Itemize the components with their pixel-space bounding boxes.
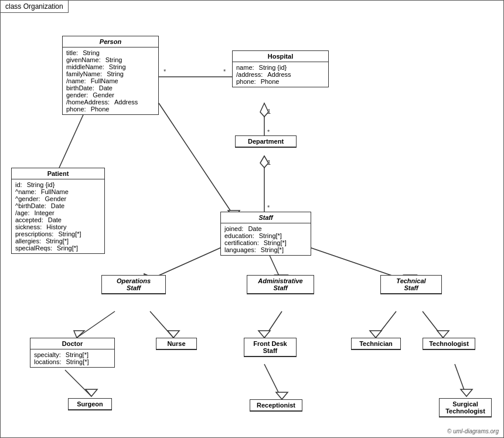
diagram-title: class Organization — [1, 1, 69, 13]
nurse-header: Nurse — [156, 338, 196, 349]
department-class: Department — [235, 135, 297, 148]
administrative-staff-class: AdministrativeStaff — [247, 275, 314, 294]
technician-header: Technician — [352, 338, 400, 349]
svg-text:*: * — [164, 68, 166, 75]
surgeon-class: Surgeon — [68, 398, 112, 410]
svg-marker-36 — [461, 389, 472, 396]
surgeon-header: Surgeon — [69, 399, 111, 410]
technologist-class: Technologist — [423, 338, 475, 350]
operations-staff-class: OperationsStaff — [101, 275, 166, 294]
nurse-class: Nurse — [156, 338, 197, 350]
svg-marker-34 — [276, 392, 288, 399]
svg-text:*: * — [223, 68, 226, 75]
svg-marker-28 — [370, 331, 382, 338]
diagram-container: class Organization * * 1 * 1 * — [0, 0, 504, 438]
svg-text:*: * — [267, 128, 270, 135]
receptionist-header: Receptionist — [250, 400, 302, 411]
svg-line-33 — [264, 364, 282, 399]
hospital-header: Hospital — [233, 51, 328, 62]
svg-marker-24 — [168, 331, 179, 338]
svg-line-27 — [376, 311, 396, 338]
svg-line-29 — [423, 311, 443, 338]
technical-staff-class: TechnicalStaff — [380, 275, 442, 294]
patient-body: id:String {id} ^name:FullName ^gender:Ge… — [12, 179, 104, 253]
svg-line-31 — [65, 370, 91, 396]
svg-marker-30 — [437, 331, 449, 338]
technical-staff-header: TechnicalStaff — [381, 276, 441, 294]
svg-marker-22 — [74, 331, 84, 338]
staff-header: Staff — [221, 212, 311, 223]
front-desk-staff-class: Front DeskStaff — [244, 338, 297, 357]
patient-header: Patient — [12, 168, 104, 179]
doctor-header: Doctor — [30, 338, 114, 349]
svg-line-13 — [159, 103, 235, 218]
technologist-header: Technologist — [423, 338, 475, 349]
svg-marker-32 — [86, 389, 97, 396]
administrative-staff-header: AdministrativeStaff — [247, 276, 314, 294]
front-desk-staff-header: Front DeskStaff — [244, 338, 296, 356]
copyright-text: © uml-diagrams.org — [447, 428, 499, 434]
patient-class: Patient id:String {id} ^name:FullName ^g… — [11, 168, 105, 254]
svg-text:1: 1 — [267, 108, 271, 115]
surgical-technologist-class: SurgicalTechnologist — [439, 398, 492, 417]
surgical-technologist-header: SurgicalTechnologist — [440, 399, 491, 417]
receptionist-class: Receptionist — [250, 399, 302, 412]
svg-line-21 — [77, 311, 115, 338]
staff-body: joined:Date education:String[*] certific… — [221, 223, 311, 255]
person-body: title:String givenName:String middleName… — [63, 47, 158, 114]
doctor-class: Doctor specialty:String[*] locations:Str… — [30, 338, 115, 368]
staff-class: Staff joined:Date education:String[*] ce… — [220, 212, 311, 256]
doctor-body: specialty:String[*] locations:String[*] — [30, 349, 114, 367]
person-header: Person — [63, 36, 158, 47]
svg-text:*: * — [267, 204, 270, 211]
hospital-body: name:String {id} /address:Address phone:… — [233, 62, 328, 87]
svg-marker-26 — [258, 331, 270, 338]
operations-staff-header: OperationsStaff — [102, 276, 165, 294]
svg-line-25 — [264, 311, 282, 338]
technician-class: Technician — [351, 338, 401, 350]
svg-marker-8 — [260, 156, 268, 168]
department-header: Department — [236, 136, 296, 147]
svg-line-23 — [150, 311, 173, 338]
svg-marker-4 — [260, 103, 268, 117]
hospital-class: Hospital name:String {id} /address:Addre… — [232, 50, 329, 87]
svg-line-35 — [455, 364, 466, 396]
person-class: Person title:String givenName:String mid… — [62, 36, 159, 115]
svg-text:1: 1 — [267, 159, 271, 166]
